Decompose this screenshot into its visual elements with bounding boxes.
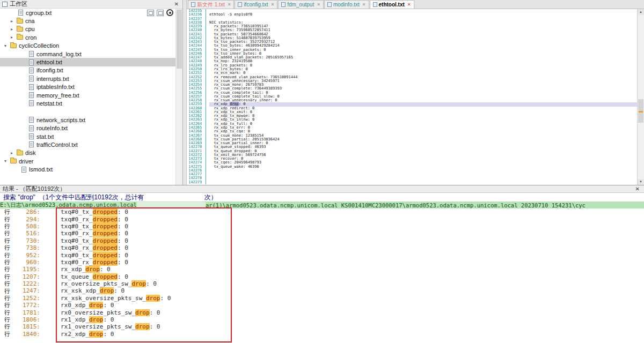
tab-ifconfig-txt[interactable]: ifconfig.txt✕: [235, 0, 277, 9]
tab--1-txt[interactable]: 新文件 1.txt✕: [188, 0, 234, 9]
workspace-titlebar: 工作区 ✕: [0, 0, 182, 9]
result-row[interactable]: 行1840:rx2_xdp_drop: 0: [0, 331, 644, 338]
code-text: [209, 9, 637, 13]
editor-scrollbar[interactable]: ▲ ▼: [637, 9, 644, 185]
tab-label: 新文件 1.txt: [197, 1, 225, 9]
collapse-arrow-icon[interactable]: ▾: [4, 159, 10, 163]
result-row[interactable]: 行508:txq#0_tx_dropped: 0: [0, 223, 644, 230]
result-row[interactable]: 行1222:rx_oversize_pkts_sw_drop: 0: [0, 280, 644, 287]
tree-item-interrupts-txt[interactable]: interrupts.txt: [0, 74, 176, 83]
tab-close-icon[interactable]: ✕: [407, 2, 411, 7]
match-highlight: drop: [89, 331, 104, 338]
tree-item-driver[interactable]: ▾driver: [0, 157, 176, 165]
code-text: tx_tso_inner_packets: 0: [209, 48, 637, 52]
row-content: tx_queue_dropped: 0: [61, 273, 128, 280]
tree-item-command_log-txt[interactable]: command_log.txt: [0, 50, 176, 58]
row-content: rx_xsk_xdp_drop: 0: [61, 287, 125, 294]
collapse-arrow-icon[interactable]: ▾: [4, 43, 10, 48]
tree-item-network_scripts-txt[interactable]: network_scripts.txt: [0, 116, 176, 124]
tab-close-icon[interactable]: ✕: [228, 2, 231, 7]
code-text: rx_bytes: 735960572057411: [209, 28, 637, 32]
workspace-close-icon[interactable]: ✕: [173, 2, 180, 7]
collapse-all-icon[interactable]: [157, 10, 164, 16]
tree-item-ethtool-txt[interactable]: ethtool.txt: [0, 58, 176, 66]
row-content: txq#0_rx_dropped: 0: [61, 230, 128, 237]
result-file-path[interactable]: E:\日志\armod0523.odata.ncmp.unicom.locala…: [0, 202, 644, 208]
code-text: rx_xdp_redirect: 0: [209, 107, 637, 110]
code-text: ethtool -S enp1s0f0: [209, 13, 637, 17]
result-row[interactable]: 行738:txq#0_rx_dropped: 0: [0, 244, 644, 251]
tree-item-label: cna: [25, 18, 35, 24]
tree-item-label: trafficControl.txt: [36, 141, 78, 148]
tree-item-netstat-txt[interactable]: netstat.txt: [0, 99, 176, 107]
locate-file-icon[interactable]: [166, 9, 173, 16]
sync-with-editor-icon[interactable]: [147, 10, 154, 16]
tree-scrollbar[interactable]: [175, 9, 182, 185]
result-row[interactable]: 行960:txq#0_rx_dropped: 0: [0, 259, 644, 266]
row-line-number: 952:: [12, 252, 40, 259]
tree-item-routeinfo-txt[interactable]: routeInfo.txt: [0, 124, 176, 132]
result-row[interactable]: 行286:txq#0_tx_dropped: 0: [0, 208, 644, 215]
result-row[interactable]: 行1781:rx0_oversize_pkts_sw_drop: 0: [0, 309, 644, 316]
expand-arrow-icon[interactable]: ▸: [11, 151, 17, 155]
result-row[interactable]: 行1815:rx1_oversize_pkts_sw_drop: 0: [0, 323, 644, 330]
scroll-up-icon[interactable]: ▲: [638, 9, 644, 15]
code-text: rx_lro_packets: 0: [209, 64, 637, 68]
tree-item-trafficcontrol-txt[interactable]: trafficControl.txt: [0, 140, 176, 148]
tree-item-iptablesinfo-txt[interactable]: iptablesInfo.txt: [0, 83, 176, 91]
expand-arrow-icon[interactable]: ▸: [11, 27, 17, 32]
panel-splitter[interactable]: [183, 0, 187, 185]
tree-item-cna[interactable]: ▸cna: [0, 17, 176, 25]
code-text: tx_queue_wake: 46396: [209, 165, 637, 169]
tree-item-cpu[interactable]: ▸cpu: [0, 25, 176, 33]
tree-item-disk[interactable]: ▸disk: [0, 149, 176, 157]
results-close-icon[interactable]: ✕: [634, 187, 641, 192]
tab-close-icon[interactable]: ✕: [362, 2, 366, 7]
expand-arrow-icon[interactable]: ▸: [11, 19, 17, 24]
tree-item-label: network_scripts.txt: [36, 117, 85, 123]
tab-fdm_output[interactable]: fdm_output✕: [278, 0, 324, 9]
editor-code[interactable]: 142235142236ethtool -S enp1s0f0142237142…: [187, 9, 637, 185]
tree-item-memory_free-txt[interactable]: memory_free.txt: [0, 91, 176, 99]
scroll-down-icon[interactable]: ▼: [638, 179, 644, 185]
file-icon: [29, 141, 34, 147]
tab-modinfo-txt[interactable]: modinfo.txt✕: [324, 0, 369, 9]
row-line-number: 1840:: [12, 331, 40, 338]
result-row[interactable]: 行1252:rx_xsk_oversize_pkts_sw_drop: 0: [0, 295, 644, 302]
tree-item-cron[interactable]: ▸cron: [0, 33, 176, 41]
expand-arrow-icon[interactable]: ▸: [11, 35, 17, 40]
row-content: rx0_xdp_drop: 0: [61, 302, 114, 309]
row-line-number: 286:: [12, 208, 40, 215]
tab-ethtool-txt[interactable]: ethtool.txt✕: [370, 0, 414, 9]
row-line-number: 1815:: [12, 323, 40, 330]
result-row[interactable]: 行1806:rx1_xdp_drop: 0: [0, 316, 644, 323]
result-row[interactable]: 行1772:rx0_xdp_drop: 0: [0, 302, 644, 309]
result-row[interactable]: 行730:txq#0_tx_dropped: 0: [0, 237, 644, 244]
summary-text-suffix: 次）: [204, 193, 217, 202]
match-highlight: drop: [131, 280, 146, 287]
tree-item-stat-txt[interactable]: stat.txt: [0, 132, 176, 140]
code-text: rx_xdp_drop: 0: [209, 102, 637, 106]
tree-item-cycliccollection[interactable]: ▾cyclicCollection: [0, 42, 176, 50]
result-row[interactable]: 行1195:rx_xdp_drop: 0: [0, 266, 644, 273]
match-highlight: drop: [89, 302, 104, 309]
result-row[interactable]: 行952:txq#0_tx_dropped: 0: [0, 251, 644, 258]
tree-scrollbar-thumb[interactable]: [177, 10, 182, 69]
file-icon: [29, 51, 34, 57]
result-row[interactable]: 行1247:rx_xsk_xdp_drop: 0: [0, 287, 644, 294]
tree-item-lsmod-txt[interactable]: lsmod.txt: [0, 165, 176, 173]
result-row[interactable]: 行516:txq#0_rx_dropped: 0: [0, 230, 644, 237]
row-content: txq#0_tx_dropped: 0: [61, 223, 128, 230]
row-line-number: 1247:: [12, 287, 40, 294]
tab-close-icon[interactable]: ✕: [270, 2, 274, 7]
code-line: 142235: [187, 9, 637, 13]
editor-pane: 新文件 1.txt✕ifconfig.txt✕fdm_output✕modinf…: [187, 0, 644, 185]
tree-item-ifconfig-txt[interactable]: ifconfig.txt: [0, 66, 176, 74]
tab-close-icon[interactable]: ✕: [317, 2, 320, 7]
code-text: tx_packets: 507354668642: [209, 33, 637, 36]
tree-item-label: cpu: [25, 26, 35, 32]
result-row[interactable]: 行294:txq#0_rx_dropped: 0: [0, 215, 644, 222]
path-text-suffix: ar(1)\armod0523.odata.ncmp.unicom.local_…: [206, 202, 586, 208]
code-line: 142248 tx_nop: 232419588: [187, 59, 637, 63]
result-row[interactable]: 行1207:tx_queue_dropped: 0: [0, 273, 644, 280]
